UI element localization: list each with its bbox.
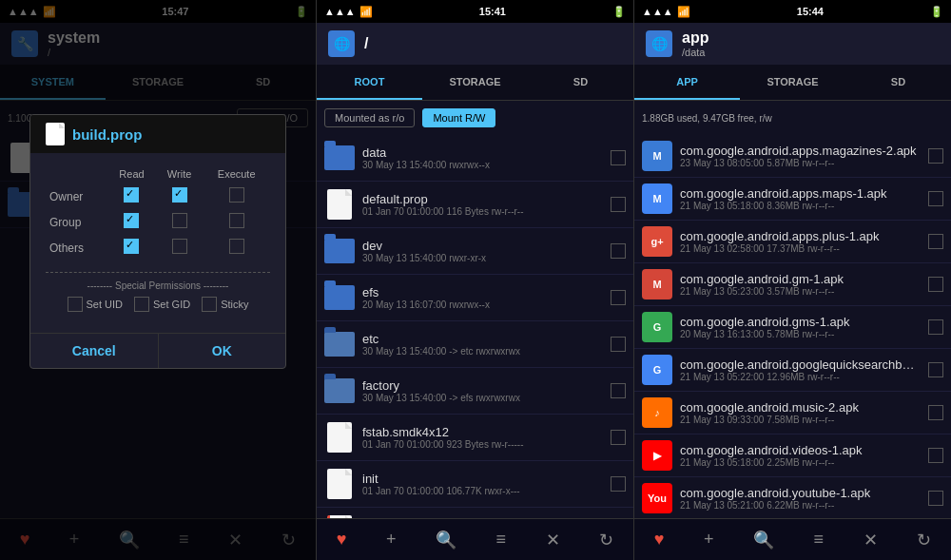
checkbox-group-execute[interactable] bbox=[229, 213, 244, 228]
checkbox-right-3[interactable] bbox=[928, 277, 943, 292]
checkbox-etc-mid[interactable] bbox=[611, 337, 626, 352]
checkbox-setuid[interactable] bbox=[68, 297, 83, 312]
checkbox-right-1[interactable] bbox=[928, 191, 943, 206]
add-icon-right[interactable]: + bbox=[696, 526, 722, 553]
file-info-right-5: com.google.android.googlequicksearchbox-… bbox=[680, 357, 921, 382]
add-icon-mid[interactable]: + bbox=[378, 526, 404, 553]
perm-group-read[interactable] bbox=[107, 209, 156, 235]
checkbox-data[interactable] bbox=[611, 150, 626, 165]
checkbox-group-write[interactable] bbox=[172, 213, 187, 228]
right-panel: ▲▲▲ 📶 15:44 🔋 🌐 app /data APP STORAGE SD… bbox=[634, 0, 951, 560]
mounted-ro-btn-mid[interactable]: Mounted as r/o bbox=[324, 108, 415, 127]
file-info-factory: factory 30 May 13 15:40:00 -> efs rwxrwx… bbox=[362, 378, 603, 403]
file-info-dev: dev 30 May 13 15:40:00 rwxr-xr-x bbox=[362, 239, 603, 263]
refresh-icon-mid[interactable]: ↻ bbox=[592, 526, 621, 554]
list-item[interactable]: Mcom.google.android.gm-1.apk21 May 13 05… bbox=[634, 263, 951, 306]
tab-root[interactable]: ROOT bbox=[317, 65, 422, 100]
list-item[interactable]: Gcom.google.android.googlequicksearchbox… bbox=[634, 349, 951, 392]
list-item[interactable]: Youcom.google.android.youtube-1.apk21 Ma… bbox=[634, 477, 951, 518]
checkbox-dev[interactable] bbox=[611, 243, 626, 259]
perm-owner-write[interactable] bbox=[156, 183, 204, 209]
list-item[interactable]: factory 30 May 13 15:40:00 -> efs rwxrwx… bbox=[317, 368, 633, 415]
checkbox-right-8[interactable] bbox=[928, 491, 943, 506]
col-read-header: Read bbox=[107, 164, 156, 183]
perm-group-execute[interactable] bbox=[203, 209, 270, 235]
perm-others-write[interactable] bbox=[156, 235, 204, 261]
perm-others-execute[interactable] bbox=[203, 235, 270, 261]
list-item[interactable]: init 01 Jan 70 01:00:00 106.77K rwxr-x--… bbox=[317, 461, 633, 508]
file-meta-data: 30 May 13 15:40:00 rwxrwx--x bbox=[362, 160, 603, 170]
list-item[interactable]: efs 20 May 13 16:07:00 rwxrwx--x bbox=[317, 275, 633, 321]
status-left-mid: ▲▲▲ 📶 bbox=[324, 6, 373, 18]
menu-icon-mid[interactable]: ≡ bbox=[489, 526, 514, 553]
checkbox-sticky[interactable] bbox=[202, 297, 217, 312]
list-item[interactable]: default.prop 01 Jan 70 01:00:00 116 Byte… bbox=[317, 182, 633, 228]
checkbox-others-write[interactable] bbox=[172, 239, 187, 254]
tab-sd-right[interactable]: SD bbox=[845, 65, 951, 100]
file-name-right-2: com.google.android.apps.plus-1.apk bbox=[680, 229, 921, 243]
checkbox-right-2[interactable] bbox=[928, 234, 943, 249]
checkbox-others-read[interactable] bbox=[124, 239, 139, 254]
dialog-file-icon bbox=[46, 123, 65, 145]
checkbox-defaultprop[interactable] bbox=[611, 197, 626, 212]
checkbox-right-7[interactable] bbox=[928, 448, 943, 463]
perm-group-write[interactable] bbox=[156, 209, 204, 235]
checkbox-right-4[interactable] bbox=[928, 319, 943, 335]
list-item[interactable]: etc 30 May 13 15:40:00 -> etc rwxrwxrwx bbox=[317, 321, 633, 368]
file-meta-right-0: 23 May 13 08:05:00 5.87MB rw-r--r-- bbox=[680, 158, 921, 168]
checkbox-efs[interactable] bbox=[611, 290, 626, 305]
checkbox-setgid[interactable] bbox=[134, 297, 149, 312]
list-item[interactable]: init.bt.rc 01 Jan 70 01:00:00 3.52K rwxr… bbox=[317, 508, 633, 518]
mount-rw-btn-mid[interactable]: Mount R/W bbox=[422, 108, 495, 127]
checkbox-init[interactable] bbox=[611, 476, 626, 492]
app-icon-0: M bbox=[642, 141, 672, 171]
checkbox-right-6[interactable] bbox=[928, 405, 943, 420]
list-item[interactable]: Mcom.google.android.apps.maps-1.apk21 Ma… bbox=[634, 178, 951, 221]
close-icon-mid[interactable]: ✕ bbox=[538, 526, 568, 554]
checkbox-right-5[interactable] bbox=[928, 362, 943, 377]
list-item[interactable]: data 30 May 13 15:40:00 rwxrwx--x bbox=[317, 135, 633, 182]
perm-row-owner: Owner bbox=[46, 183, 270, 209]
checkbox-right-0[interactable] bbox=[928, 148, 943, 164]
checkbox-owner-execute[interactable] bbox=[229, 187, 244, 203]
search-icon-right[interactable]: 🔍 bbox=[746, 526, 782, 554]
list-item[interactable]: dev 30 May 13 15:40:00 rwxr-xr-x bbox=[317, 228, 633, 275]
list-item[interactable]: ♪com.google.android.music-2.apk21 May 13… bbox=[634, 392, 951, 434]
tab-app[interactable]: APP bbox=[634, 65, 740, 100]
checkbox-others-execute[interactable] bbox=[229, 239, 244, 254]
special-perms-label: -------- Special Permissions -------- bbox=[46, 280, 270, 291]
heart-icon-mid[interactable]: ♥ bbox=[329, 526, 355, 553]
perm-owner-read[interactable] bbox=[107, 183, 156, 209]
refresh-icon-right[interactable]: ↻ bbox=[909, 526, 939, 554]
wifi-icon-mid: 📶 bbox=[359, 6, 373, 18]
status-bar-right: ▲▲▲ 📶 15:44 🔋 bbox=[634, 0, 951, 23]
list-item[interactable]: g+com.google.android.apps.plus-1.apk21 M… bbox=[634, 221, 951, 263]
checkbox-factory[interactable] bbox=[611, 383, 626, 398]
search-icon-mid[interactable]: 🔍 bbox=[428, 526, 464, 554]
ok-button[interactable]: OK bbox=[159, 334, 286, 368]
bottom-bar-mid: ♥ + 🔍 ≡ ✕ ↻ bbox=[317, 518, 633, 560]
heart-icon-right[interactable]: ♥ bbox=[647, 526, 672, 553]
tab-storage-right[interactable]: STORAGE bbox=[740, 65, 845, 100]
close-icon-right[interactable]: ✕ bbox=[856, 526, 885, 554]
checkbox-fstab[interactable] bbox=[611, 430, 626, 445]
checkbox-owner-write[interactable] bbox=[172, 187, 187, 203]
menu-icon-right[interactable]: ≡ bbox=[806, 526, 832, 553]
list-item[interactable]: Mcom.google.android.apps.magazines-2.apk… bbox=[634, 135, 951, 178]
checkbox-owner-read[interactable] bbox=[124, 187, 139, 203]
checkbox-group-read[interactable] bbox=[124, 213, 139, 228]
list-item[interactable]: ▶com.google.android.videos-1.apk21 May 1… bbox=[634, 434, 951, 477]
mount-bar-right: 1.88GB used, 9.47GB free, r/w bbox=[634, 101, 951, 135]
file-icon-fstab bbox=[324, 420, 355, 454]
list-item[interactable]: fstab.smdk4x12 01 Jan 70 01:00:00 923 By… bbox=[317, 415, 633, 461]
file-info-fstab: fstab.smdk4x12 01 Jan 70 01:00:00 923 By… bbox=[362, 425, 603, 450]
perm-owner-execute[interactable] bbox=[203, 183, 270, 209]
cancel-button[interactable]: Cancel bbox=[30, 334, 159, 368]
tab-storage-mid[interactable]: STORAGE bbox=[422, 65, 528, 100]
tab-sd-mid[interactable]: SD bbox=[528, 65, 633, 100]
perm-others-read[interactable] bbox=[107, 235, 156, 261]
list-item[interactable]: Gcom.google.android.gms-1.apk20 May 13 1… bbox=[634, 306, 951, 349]
title-col-right: app /data bbox=[682, 29, 708, 58]
sticky-label: Sticky bbox=[221, 299, 248, 310]
file-info-right-0: com.google.android.apps.magazines-2.apk2… bbox=[680, 144, 921, 168]
